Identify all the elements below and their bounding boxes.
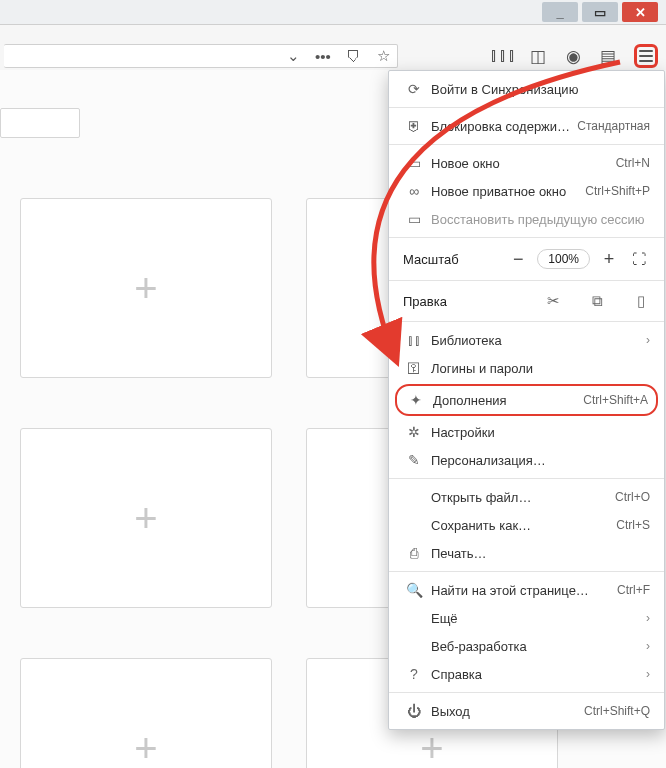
chevron-down-icon[interactable]: ⌄ bbox=[285, 48, 301, 64]
brush-icon: ✎ bbox=[403, 452, 425, 468]
keyboard-shortcut: Ctrl+F bbox=[617, 583, 650, 597]
zoom-out-button[interactable]: − bbox=[507, 248, 529, 270]
zoom-in-button[interactable]: + bbox=[598, 248, 620, 270]
zoom-value[interactable]: 100% bbox=[537, 249, 590, 269]
menu-edit: Правка ✂ ⧉ ▯ bbox=[389, 285, 664, 317]
page-actions-icon[interactable]: ••• bbox=[315, 48, 331, 64]
pocket-icon[interactable]: ⛉ bbox=[345, 48, 361, 64]
puzzle-icon: ✦ bbox=[405, 392, 427, 408]
window-icon: ▭ bbox=[403, 155, 425, 171]
menu-separator bbox=[389, 478, 664, 479]
fullscreen-button[interactable]: ⛶ bbox=[628, 248, 650, 270]
menu-label: Ещё bbox=[425, 611, 646, 626]
add-icon: + bbox=[420, 726, 443, 769]
window-maximize-button[interactable]: ▭ bbox=[582, 2, 618, 22]
menu-sign-in-sync[interactable]: ⟳ Войти в Синхронизацию bbox=[389, 75, 664, 103]
menu-library[interactable]: ⫿⫿ Библиотека › bbox=[389, 326, 664, 354]
menu-label: Справка bbox=[425, 667, 646, 682]
sidebar-icon[interactable]: ◫ bbox=[529, 47, 547, 65]
blocking-state: Стандартная bbox=[577, 119, 650, 133]
menu-label: Библиотека bbox=[425, 333, 646, 348]
gear-icon: ✲ bbox=[403, 424, 425, 440]
edit-label: Правка bbox=[403, 294, 518, 309]
menu-help[interactable]: ? Справка › bbox=[389, 660, 664, 688]
menu-content-blocking[interactable]: ⛨ Блокировка содержимого Стандартная bbox=[389, 112, 664, 140]
keyboard-shortcut: Ctrl+Shift+A bbox=[583, 393, 648, 407]
menu-logins[interactable]: ⚿ Логины и пароли bbox=[389, 354, 664, 382]
zoom-label: Масштаб bbox=[403, 252, 499, 267]
menu-restore-session: ▭ Восстановить предыдущую сессию bbox=[389, 205, 664, 233]
menu-separator bbox=[389, 280, 664, 281]
menu-zoom: Масштаб − 100% + ⛶ bbox=[389, 242, 664, 276]
menu-label: Найти на этой странице… bbox=[425, 583, 617, 598]
shield-icon: ⛨ bbox=[403, 118, 425, 134]
menu-web-developer[interactable]: Веб-разработка › bbox=[389, 632, 664, 660]
menu-label: Персонализация… bbox=[425, 453, 650, 468]
power-icon: ⏻ bbox=[403, 703, 425, 719]
menu-save-as[interactable]: Сохранить как… Ctrl+S bbox=[389, 511, 664, 539]
newtab-search-input[interactable] bbox=[0, 108, 80, 138]
library-icon: ⫿⫿ bbox=[403, 332, 425, 348]
sync-icon: ⟳ bbox=[403, 81, 425, 97]
bookmark-star-icon[interactable]: ☆ bbox=[375, 48, 391, 64]
menu-label: Настройки bbox=[425, 425, 650, 440]
toolbar-icon-group: ⫿⫿⫿ ◫ ◉ ▤ bbox=[494, 44, 658, 68]
topsite-tile[interactable]: + bbox=[20, 658, 272, 768]
mask-icon: ∞ bbox=[403, 183, 425, 199]
overflow-icon[interactable]: ▤ bbox=[599, 47, 617, 65]
library-icon[interactable]: ⫿⫿⫿ bbox=[494, 47, 512, 65]
chevron-right-icon: › bbox=[646, 667, 650, 681]
menu-addons[interactable]: ✦ Дополнения Ctrl+Shift+A bbox=[395, 384, 658, 416]
add-icon: + bbox=[134, 726, 157, 769]
menu-label: Логины и пароли bbox=[425, 361, 650, 376]
menu-label: Выход bbox=[425, 704, 584, 719]
menu-label: Новое приватное окно bbox=[425, 184, 585, 199]
topsite-tile[interactable]: + bbox=[20, 198, 272, 378]
menu-customize[interactable]: ✎ Персонализация… bbox=[389, 446, 664, 474]
menu-label: Восстановить предыдущую сессию bbox=[425, 212, 650, 227]
window-caption: _ ▭ ✕ bbox=[0, 0, 666, 24]
chevron-right-icon: › bbox=[646, 611, 650, 625]
menu-open-file[interactable]: Открыть файл… Ctrl+O bbox=[389, 483, 664, 511]
chevron-right-icon: › bbox=[646, 333, 650, 347]
chevron-right-icon: › bbox=[646, 639, 650, 653]
window-close-button[interactable]: ✕ bbox=[622, 2, 658, 22]
app-menu-button[interactable] bbox=[634, 44, 658, 68]
menu-separator bbox=[389, 237, 664, 238]
key-icon: ⚿ bbox=[403, 360, 425, 376]
keyboard-shortcut: Ctrl+S bbox=[616, 518, 650, 532]
print-icon: ⎙ bbox=[403, 545, 425, 561]
menu-find[interactable]: 🔍 Найти на этой странице… Ctrl+F bbox=[389, 576, 664, 604]
menu-new-window[interactable]: ▭ Новое окно Ctrl+N bbox=[389, 149, 664, 177]
menu-label: Сохранить как… bbox=[425, 518, 616, 533]
menu-label: Блокировка содержимого bbox=[425, 119, 577, 134]
paste-icon[interactable]: ▯ bbox=[632, 292, 650, 310]
menu-label: Войти в Синхронизацию bbox=[425, 82, 650, 97]
keyboard-shortcut: Ctrl+Shift+Q bbox=[584, 704, 650, 718]
help-icon: ? bbox=[403, 666, 425, 682]
topsite-tile[interactable]: + bbox=[20, 428, 272, 608]
account-icon[interactable]: ◉ bbox=[564, 47, 582, 65]
menu-label: Печать… bbox=[425, 546, 650, 561]
keyboard-shortcut: Ctrl+O bbox=[615, 490, 650, 504]
menu-separator bbox=[389, 571, 664, 572]
menu-label: Открыть файл… bbox=[425, 490, 615, 505]
search-icon: 🔍 bbox=[403, 582, 425, 598]
restore-icon: ▭ bbox=[403, 211, 425, 227]
menu-exit[interactable]: ⏻ Выход Ctrl+Shift+Q bbox=[389, 697, 664, 725]
copy-icon[interactable]: ⧉ bbox=[588, 292, 606, 310]
add-icon: + bbox=[134, 496, 157, 541]
menu-separator bbox=[389, 692, 664, 693]
menu-label: Дополнения bbox=[427, 393, 583, 408]
app-menu: ⟳ Войти в Синхронизацию ⛨ Блокировка сод… bbox=[388, 70, 665, 730]
keyboard-shortcut: Ctrl+Shift+P bbox=[585, 184, 650, 198]
cut-icon[interactable]: ✂ bbox=[544, 292, 562, 310]
menu-new-private-window[interactable]: ∞ Новое приватное окно Ctrl+Shift+P bbox=[389, 177, 664, 205]
menu-separator bbox=[389, 144, 664, 145]
menu-print[interactable]: ⎙ Печать… bbox=[389, 539, 664, 567]
address-bar[interactable]: ⌄ ••• ⛉ ☆ bbox=[4, 44, 398, 68]
menu-more[interactable]: Ещё › bbox=[389, 604, 664, 632]
menu-settings[interactable]: ✲ Настройки bbox=[389, 418, 664, 446]
keyboard-shortcut: Ctrl+N bbox=[616, 156, 650, 170]
window-minimize-button[interactable]: _ bbox=[542, 2, 578, 22]
